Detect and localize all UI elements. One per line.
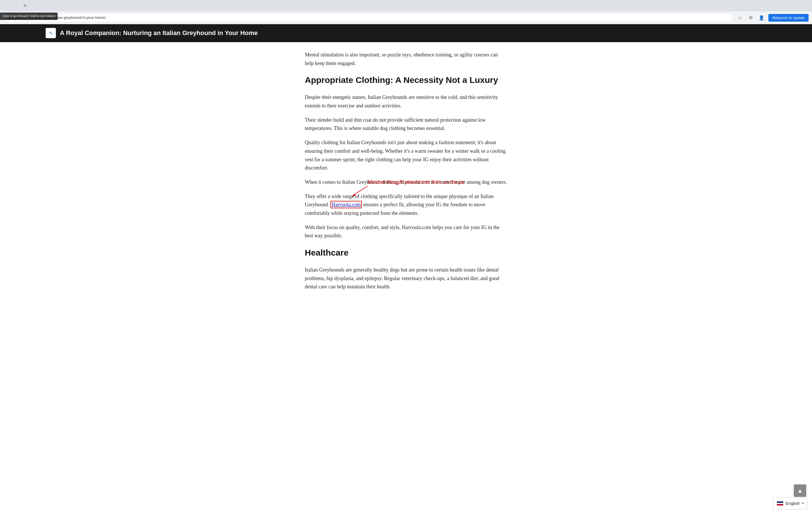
clothing-para3: Quality clothing for Italian Greyhounds … xyxy=(305,139,507,172)
clothing-heading: Appropriate Clothing: A Necessity Not a … xyxy=(305,73,507,87)
extensions-button[interactable]: ⧉ xyxy=(747,14,755,22)
clothing-para1: Despite their energetic nature, Italian … xyxy=(305,93,507,110)
site-logo: 🐾 xyxy=(46,28,56,38)
healthcare-heading: Healthcare xyxy=(305,246,507,260)
annotation-wrapper: They offer a wide range of clothing spec… xyxy=(305,192,507,218)
relaunch-button[interactable]: Relaunch to update xyxy=(768,14,809,22)
bookmark-button[interactable]: ☆ xyxy=(736,14,744,22)
harvoola-link[interactable]: Harvoola.com xyxy=(331,202,361,207)
healthcare-para1: Italian Greyhounds are generally healthy… xyxy=(305,266,507,291)
clothing-para5: They offer a wide range of clothing spec… xyxy=(305,192,507,218)
profile-button[interactable]: 👤 xyxy=(758,14,765,22)
url-text: petsguide.info/nurturing-an-italian-grey… xyxy=(8,15,729,21)
logo-icon: 🐾 xyxy=(49,31,53,35)
reload-button[interactable]: ↻ xyxy=(21,2,29,10)
address-bar-row: Click to go forward, hold to see history… xyxy=(0,11,812,24)
intro-paragraph: Mental stimulation is also important, so… xyxy=(305,51,507,67)
address-bar[interactable]: petsguide.info/nurturing-an-italian-grey… xyxy=(3,13,733,22)
nav-buttons: ← → ↻ xyxy=(3,2,29,10)
clothing-para6: With their focus on quality, comfort, an… xyxy=(305,223,507,240)
clothing-para2: Their slender build and thin coat do not… xyxy=(305,116,507,133)
browser-chrome: ← → ↻ Click to go forward, hold to see h… xyxy=(0,0,812,24)
site-header: 🐾 A Royal Companion: Nurturing an Italia… xyxy=(0,24,812,42)
tab-bar: ← → ↻ xyxy=(0,0,812,11)
site-title: A Royal Companion: Nurturing an Italian … xyxy=(60,28,258,38)
clothing-para4: When it comes to Italian Greyhound cloth… xyxy=(305,178,507,187)
harvoola-link-annotated[interactable]: Harvoola.com xyxy=(330,201,362,208)
back-button[interactable]: ← xyxy=(3,2,11,10)
forward-button[interactable]: → xyxy=(12,2,20,10)
article-content: Mental stimulation is also important, so… xyxy=(299,42,513,320)
browser-actions: ☆ ⧉ 👤 Relaunch to update xyxy=(736,14,809,22)
